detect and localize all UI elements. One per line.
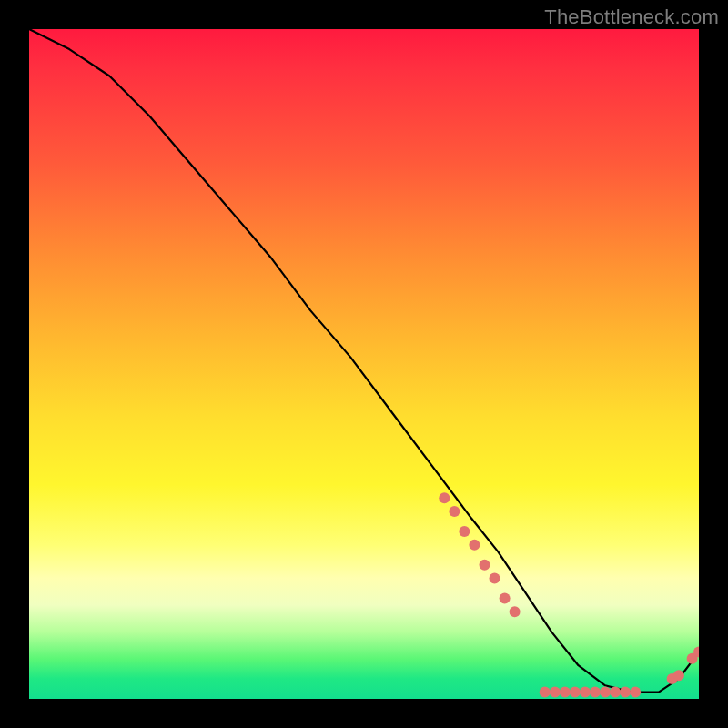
data-point <box>580 687 591 698</box>
watermark-text: TheBottleneck.com <box>544 5 719 29</box>
data-point <box>600 687 611 698</box>
chart-frame: TheBottleneck.com <box>0 0 728 728</box>
data-point <box>439 492 450 503</box>
data-point <box>500 593 511 604</box>
curve-path <box>29 29 699 693</box>
data-point <box>480 560 490 571</box>
data-point <box>550 687 561 698</box>
data-point <box>570 687 581 698</box>
data-point <box>469 540 480 551</box>
data-point <box>630 687 641 698</box>
data-point <box>510 606 521 617</box>
data-point <box>459 526 470 537</box>
data-point <box>560 687 571 698</box>
plot-area <box>29 29 699 699</box>
data-point <box>449 506 460 517</box>
data-point <box>620 687 631 698</box>
scatter-dots <box>439 492 699 697</box>
data-point <box>490 573 500 584</box>
data-point <box>610 687 621 698</box>
chart-overlay <box>29 29 699 699</box>
data-point <box>673 670 684 681</box>
data-point <box>540 687 551 698</box>
data-point <box>590 687 601 698</box>
